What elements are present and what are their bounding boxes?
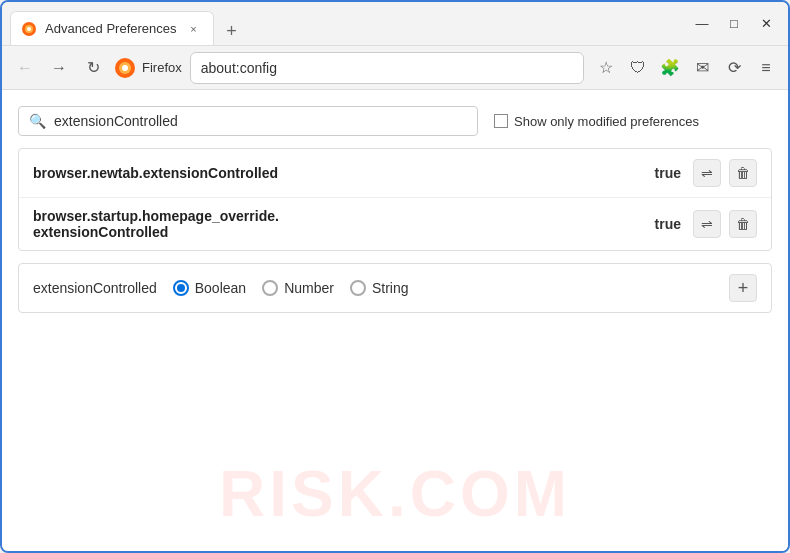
pref-value-1: true [655,165,681,181]
string-label: String [372,280,409,296]
number-label: Number [284,280,334,296]
firefox-label: Firefox [142,60,182,75]
tab-favicon [21,21,37,37]
extension-icon[interactable]: 🧩 [656,54,684,82]
tab-close-button[interactable]: × [185,20,203,38]
table-row: browser.startup.homepage_override. exten… [19,198,771,250]
string-radio-circle[interactable] [350,280,366,296]
delete-button-2[interactable]: 🗑 [729,210,757,238]
arrows-icon-2: ⇌ [701,216,713,232]
close-button[interactable]: ✕ [752,10,780,38]
forward-button[interactable]: → [44,53,74,83]
type-radio-group: Boolean Number String [173,280,409,296]
svg-point-5 [122,65,128,71]
results-table: browser.newtab.extensionControlled true … [18,148,772,251]
address-bar[interactable]: about:config [190,52,584,84]
add-preference-row: extensionControlled Boolean Number Strin… [18,263,772,313]
maximize-button[interactable]: □ [720,10,748,38]
reload-button[interactable]: ↻ [78,53,108,83]
pref-name-2-line1: browser.startup.homepage_override. [33,208,279,224]
toggle-button-1[interactable]: ⇌ [693,159,721,187]
delete-button-1[interactable]: 🗑 [729,159,757,187]
pref-value-2: true [655,216,681,232]
show-modified-checkbox[interactable] [494,114,508,128]
show-modified-label[interactable]: Show only modified preferences [494,114,699,129]
tab-area: Advanced Preferences × + [10,2,680,45]
content-area: RISK.COM 🔍 Show only modified preference… [2,90,788,551]
email-icon[interactable]: ✉ [688,54,716,82]
string-radio-option[interactable]: String [350,280,409,296]
shield-icon[interactable]: 🛡 [624,54,652,82]
bookmark-icon[interactable]: ☆ [592,54,620,82]
navigation-bar: ← → ↻ Firefox about:config ☆ 🛡 🧩 ✉ ⟳ ≡ [2,46,788,90]
pref-name-1: browser.newtab.extensionControlled [33,165,643,181]
minimize-button[interactable]: — [688,10,716,38]
add-preference-button[interactable]: + [729,274,757,302]
search-icon: 🔍 [29,113,46,129]
svg-point-2 [27,27,31,31]
boolean-radio-option[interactable]: Boolean [173,280,246,296]
number-radio-circle[interactable] [262,280,278,296]
watermark: RISK.COM [219,457,571,531]
boolean-radio-circle[interactable] [173,280,189,296]
arrows-icon-1: ⇌ [701,165,713,181]
pref-name-2: browser.startup.homepage_override. exten… [33,208,643,240]
new-tab-button[interactable]: + [218,17,246,45]
back-button[interactable]: ← [10,53,40,83]
table-row: browser.newtab.extensionControlled true … [19,149,771,198]
tab-title: Advanced Preferences [45,21,177,36]
row-2-actions: ⇌ 🗑 [693,210,757,238]
row-1-actions: ⇌ 🗑 [693,159,757,187]
sync-icon[interactable]: ⟳ [720,54,748,82]
address-text: about:config [201,60,277,76]
show-modified-text: Show only modified preferences [514,114,699,129]
trash-icon-2: 🗑 [736,216,750,232]
active-tab[interactable]: Advanced Preferences × [10,11,214,45]
toggle-button-2[interactable]: ⇌ [693,210,721,238]
boolean-label: Boolean [195,280,246,296]
search-box: 🔍 [18,106,478,136]
window-controls: — □ ✕ [688,10,780,38]
menu-icon[interactable]: ≡ [752,54,780,82]
new-pref-name: extensionControlled [33,280,157,296]
pref-name-2-line2: extensionControlled [33,224,168,240]
trash-icon-1: 🗑 [736,165,750,181]
firefox-logo-icon [114,57,136,79]
nav-icons: ☆ 🛡 🧩 ✉ ⟳ ≡ [592,54,780,82]
search-row: 🔍 Show only modified preferences [18,106,772,136]
search-input[interactable] [54,113,467,129]
title-bar: Advanced Preferences × + — □ ✕ [2,2,788,46]
number-radio-option[interactable]: Number [262,280,334,296]
